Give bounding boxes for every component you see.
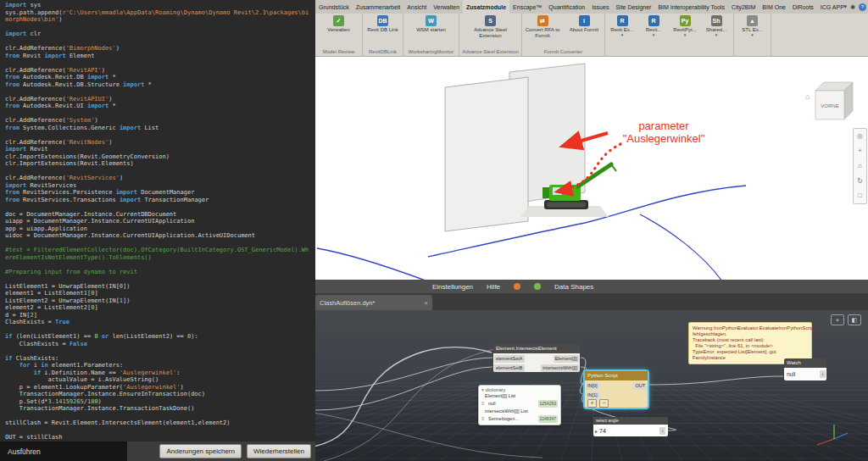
code-line: TransactionManager.Instance.EnsureInTran… xyxy=(5,391,312,398)
code-line: clr.AddReference('BimorphNodes') xyxy=(5,45,312,53)
tab-overflow-icon[interactable]: ▾ xyxy=(843,3,847,11)
input-port-in-0[interactable]: IN[0] xyxy=(586,382,599,390)
code-line: for i in element1.Parameters: xyxy=(5,362,312,369)
ribbon-tab-bim-interoperability-tools[interactable]: BIM Interoperability Tools xyxy=(654,0,727,14)
workspace-tab[interactable]: ClashAuflösen.dyn* × xyxy=(315,295,432,310)
steering-wheel-icon[interactable]: ◎ xyxy=(857,133,863,140)
ribbon-button-revit-ex[interactable]: RRevit Ex...▾ xyxy=(608,15,637,37)
input-port-elementsetb[interactable]: elementSetB xyxy=(494,364,525,372)
code-line: app = uiapp.Application xyxy=(5,225,312,233)
dynamo-revit-workspace: import syssys.path.append(r'C:\Users\mma… xyxy=(0,0,868,461)
ribbon-button-shared[interactable]: ShShared...▾ xyxy=(702,15,731,37)
node-body: ▸ 74 › xyxy=(593,425,668,436)
wire[interactable] xyxy=(315,358,492,391)
export-image-icon[interactable]: ⌖ xyxy=(831,314,844,325)
spline-curve-right[interactable] xyxy=(640,214,722,280)
node-title[interactable]: select angle xyxy=(593,417,668,425)
pan-icon[interactable]: + xyxy=(858,147,862,154)
ribbon-panel: RRevit Ex...▾RRevit...▾PyRevitPyt...▾ShS… xyxy=(605,14,734,56)
revert-button[interactable]: Wiederherstellen xyxy=(247,444,311,458)
expand-caret-icon[interactable]: ▸ xyxy=(595,428,598,434)
collapse-caret-icon[interactable]: ▾ xyxy=(481,387,484,392)
code-area[interactable]: import syssys.path.append(r'C:\Users\mma… xyxy=(5,2,312,442)
node-element-intersects-element[interactable]: Element.IntersectsElement elementSetAEle… xyxy=(493,344,580,372)
revit-tool-icon: R xyxy=(648,15,659,26)
ribbon-tab-verwalten[interactable]: Verwalten xyxy=(430,0,463,14)
code-line: element1 = ListElement1[0] xyxy=(5,290,312,297)
add-input-button[interactable]: + xyxy=(587,399,597,408)
sync-status-icon[interactable] xyxy=(534,283,541,290)
dynamo-canvas[interactable]: Element.IntersectsElement elementSetAEle… xyxy=(315,310,868,461)
preview-rows: Element[][] List0null1254293intersectsWi… xyxy=(481,392,558,423)
notification-icon[interactable] xyxy=(514,283,520,290)
ribbon-tab-city2bim[interactable]: City2BIM xyxy=(728,0,759,14)
node-title[interactable]: Element.IntersectsElement xyxy=(493,344,580,353)
node-body: null › xyxy=(784,368,826,380)
menu-item-einstellungen[interactable]: Einstellungen xyxy=(432,283,473,291)
spline-curve-left[interactable] xyxy=(317,248,432,280)
navigation-bar[interactable]: ◎+⌂↻□ xyxy=(853,128,867,204)
about-info-icon: i xyxy=(579,15,590,26)
python-script-editor[interactable]: import syssys.path.append(r'C:\Users\mma… xyxy=(0,0,315,442)
ribbon-button-convert-rfa-to-formit[interactable]: ⇄Convert RFA to FormIt xyxy=(523,15,562,38)
wall-plane-left[interactable] xyxy=(445,77,528,231)
ribbon-tab-ansicht[interactable]: Ansicht xyxy=(403,0,430,14)
view-cube[interactable]: ⌂ VORNE xyxy=(805,82,853,119)
home-icon[interactable]: ⌂ xyxy=(805,92,810,101)
ribbon-tab-site-designer[interactable]: Site Designer xyxy=(612,0,654,14)
menu-item-hilfe[interactable]: Hilfe xyxy=(487,283,500,291)
code-line xyxy=(5,88,312,96)
info-center-icon[interactable]: ◉ xyxy=(850,3,855,11)
close-tab-icon[interactable]: × xyxy=(424,299,428,307)
ribbon-button-revit[interactable]: RRevit...▾ xyxy=(639,15,668,37)
node-python-script[interactable]: Python Script IN[0]OUTIN[1]+− xyxy=(585,371,648,408)
output-port[interactable]: › xyxy=(659,427,665,435)
remove-input-button[interactable]: − xyxy=(599,399,609,408)
workspace-tab-title: ClashAuflösen.dyn* xyxy=(320,299,375,307)
code-line: import RevitServices xyxy=(5,182,312,190)
ribbon-button-about-formit[interactable]: iAbout FormIt xyxy=(565,15,604,33)
ribbon-button-revit-db-link[interactable]: DBRevit DB Link xyxy=(364,15,403,33)
ribbon-button-verwalten[interactable]: ✓Verwalten xyxy=(320,15,359,33)
ribbon-tab-zusatzmodule[interactable]: Zusatzmodule xyxy=(463,0,509,14)
revit-3d-view[interactable]: parameter "Auslegerwinkel" ⌂ VORNE ◎+⌂↻□ xyxy=(315,56,868,280)
node-title[interactable]: Python Script xyxy=(585,371,648,380)
orbit-icon[interactable]: ↻ xyxy=(857,178,863,185)
wire[interactable] xyxy=(315,367,492,410)
node-select-angle-slider[interactable]: select angle ▸ 74 › xyxy=(593,417,668,436)
ribbon-button-revitpyt[interactable]: PyRevitPyt...▾ xyxy=(670,15,699,37)
element-id-badge: 1254293 xyxy=(538,400,558,408)
database-link-icon: DB xyxy=(377,15,388,26)
ribbon-tab-bim-one[interactable]: BIM One xyxy=(759,0,789,14)
input-port-in-1[interactable]: IN[1] xyxy=(586,392,599,399)
output-port[interactable]: › xyxy=(820,370,826,378)
background-3d-icon[interactable]: ◧ xyxy=(848,314,861,325)
zoom-window-icon[interactable]: □ xyxy=(858,192,862,199)
output-port-element[interactable]: Element[][] xyxy=(554,355,579,363)
viewcube-front-label[interactable]: VORNE xyxy=(821,103,838,108)
ribbon-button-advance-steel-extension[interactable]: SAdvance Steel Extension xyxy=(471,15,510,38)
ribbon-tab-quantification[interactable]: Quantification xyxy=(545,0,588,14)
save-changes-button[interactable]: Änderungen speichern xyxy=(159,444,242,458)
input-port-elementseta[interactable]: elementSetA xyxy=(494,355,525,363)
code-line: uiapp = DocumentManager.Instance.Current… xyxy=(5,218,312,225)
annotation-text-line1: parameter xyxy=(638,119,689,132)
ribbon-tab-diroots[interactable]: DiRoots xyxy=(789,0,817,14)
ribbon-tab-grundst-ck[interactable]: Grundstück xyxy=(315,0,353,14)
ribbon-tab-zusammenarbeit[interactable]: Zusammenarbeit xyxy=(353,0,404,14)
data-preview-bubble[interactable]: ▾dictionary Element[][] List0null1254293… xyxy=(478,385,561,425)
slider-value[interactable]: 74 xyxy=(599,428,659,434)
help-icon[interactable]: ? xyxy=(859,3,866,11)
menu-item-data-shapes[interactable]: Data Shapes xyxy=(554,283,593,291)
home-icon[interactable]: ⌂ xyxy=(858,163,862,169)
node-body: IN[0]OUTIN[1]+− xyxy=(585,380,648,408)
node-watch[interactable]: Watch null › xyxy=(784,358,826,380)
ribbon-button-wsm-starten[interactable]: WWSM starten xyxy=(412,15,451,33)
node-title[interactable]: Watch xyxy=(784,358,826,368)
ribbon-tab-issues[interactable]: Issues xyxy=(588,0,612,14)
output-port-intersectswith[interactable]: intersectsWith[][] xyxy=(541,364,579,372)
ribbon-tab-enscape[interactable]: Enscape™ xyxy=(509,0,545,14)
output-port-out[interactable]: OUT xyxy=(633,382,647,390)
run-button[interactable]: Ausführen xyxy=(8,447,41,456)
ribbon-button-stl-ex[interactable]: ▲STL Ex...▾ xyxy=(738,15,767,37)
